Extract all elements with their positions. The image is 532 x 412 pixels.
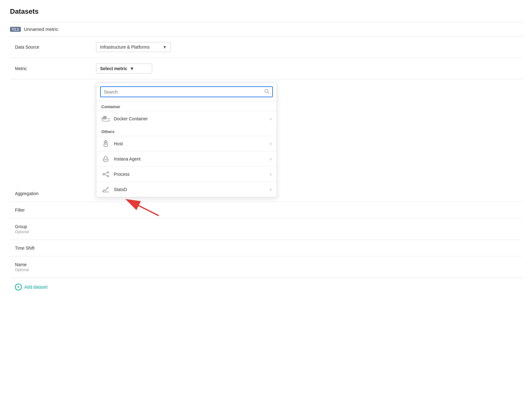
docker-container-label: Docker Container	[114, 116, 266, 121]
chevron-down-icon: ▼	[162, 45, 167, 50]
svg-rect-2	[102, 118, 103, 119]
host-label: Host	[114, 141, 266, 146]
svg-line-13	[104, 175, 107, 176]
version-badge: Y1.1	[10, 27, 21, 32]
page-title: Datasets	[10, 7, 522, 16]
group-others-label: Others	[96, 126, 277, 136]
page-container: Datasets Y1.1 Unnamed metric Data Source…	[0, 0, 532, 304]
metric-row: Metric Select metric ▼	[10, 58, 522, 79]
filter-row: Filter	[10, 202, 522, 218]
data-source-label: Data Source	[15, 45, 96, 50]
svg-point-8	[105, 142, 106, 143]
metric-name: Unnamed metric	[24, 26, 58, 32]
svg-rect-5	[104, 116, 105, 117]
host-icon	[101, 139, 110, 148]
statsd-icon	[101, 185, 110, 194]
time-shift-label: Time Shift	[15, 246, 96, 251]
filter-label: Filter	[15, 208, 96, 213]
chevron-right-icon: ›	[270, 171, 272, 177]
svg-point-11	[107, 175, 109, 177]
add-dataset-button[interactable]: + Add dataset	[10, 278, 522, 296]
process-label: Process	[114, 172, 266, 177]
group-row: Group Optional	[10, 218, 522, 240]
dropdown-item-instana[interactable]: Instana Agent ›	[96, 151, 277, 166]
chevron-right-icon: ›	[270, 116, 272, 122]
metric-select-button[interactable]: Select metric ▼	[96, 64, 152, 74]
chevron-right-icon: ›	[270, 156, 272, 162]
metric-dropdown: Container	[96, 82, 277, 197]
chevron-right-icon: ›	[270, 141, 272, 146]
svg-rect-4	[105, 118, 106, 119]
search-box	[96, 83, 277, 101]
search-icon	[264, 89, 269, 95]
metric-header: Y1.1 Unnamed metric	[10, 22, 522, 36]
name-label: Name Optional	[15, 262, 96, 272]
instana-agent-icon	[101, 155, 110, 163]
statsd-label: StatsD	[114, 187, 266, 192]
docker-icon	[101, 114, 110, 123]
data-source-select[interactable]: Infrastructure & Platforms ▼	[96, 42, 171, 52]
data-source-row: Data Source Infrastructure & Platforms ▼	[10, 36, 522, 58]
svg-point-10	[107, 172, 109, 173]
add-dataset-label: Add dataset	[24, 285, 48, 290]
search-input[interactable]	[104, 89, 264, 94]
process-icon	[101, 170, 110, 179]
add-icon: +	[15, 284, 22, 290]
svg-point-9	[103, 174, 104, 175]
svg-rect-6	[105, 116, 106, 117]
data-source-control: Infrastructure & Platforms ▼	[96, 42, 517, 52]
dropdown-item-statsd[interactable]: StatsD ›	[96, 182, 277, 197]
form-section: Data Source Infrastructure & Platforms ▼…	[10, 36, 522, 278]
metric-label: Metric	[15, 66, 96, 71]
name-row: Name Optional	[10, 256, 522, 278]
group-label: Group Optional	[15, 224, 96, 234]
time-shift-row: Time Shift	[10, 240, 522, 256]
metric-control: Select metric ▼	[96, 64, 517, 74]
svg-rect-3	[104, 118, 105, 119]
group-container-label: Container	[96, 101, 277, 111]
dropdown-item-docker[interactable]: Docker Container ›	[96, 111, 277, 126]
dropdown-item-host[interactable]: Host ›	[96, 136, 277, 151]
svg-line-1	[268, 92, 269, 93]
svg-line-12	[104, 173, 107, 174]
dropdown-item-process[interactable]: Process ›	[96, 166, 277, 182]
chevron-down-icon: ▼	[130, 66, 134, 71]
chevron-right-icon: ›	[270, 187, 272, 192]
search-input-wrapper	[100, 86, 273, 97]
instana-agent-label: Instana Agent	[114, 156, 266, 161]
aggregation-label: Aggregation	[15, 191, 96, 196]
